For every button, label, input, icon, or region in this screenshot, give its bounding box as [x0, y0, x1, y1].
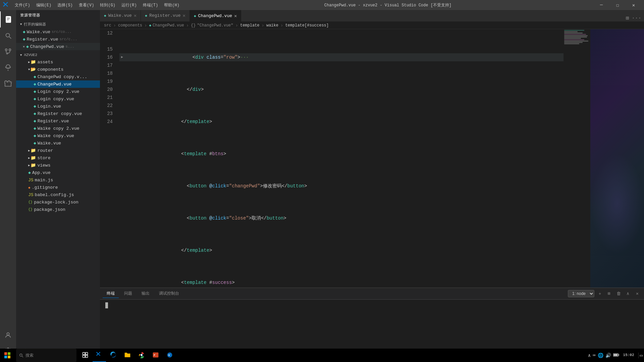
svg-line-1 [9, 37, 11, 39]
taskbar-task-view[interactable] [78, 349, 92, 362]
file-register-copy[interactable]: ◆ Register copy.vue [16, 110, 100, 117]
panel-collapse-button[interactable]: ∧ [624, 290, 632, 298]
minimize-button[interactable]: ─ [594, 0, 609, 10]
code-line-16: </template> [119, 118, 564, 126]
fold-arrow-12[interactable]: ▶ [119, 53, 125, 61]
file-waike[interactable]: ◆ Waike.vue [16, 139, 100, 147]
taskbar-search[interactable]: 搜索 [16, 349, 76, 362]
tab-changepwd-close[interactable]: ✕ [234, 13, 237, 19]
line-content-19: <button @click="close">取消</button> [125, 206, 564, 230]
breadcrumb-waike[interactable]: waike [266, 23, 278, 28]
tab-waike[interactable]: ◆ Waike.vue ✕ [100, 10, 141, 21]
file-waike-copy[interactable]: ◆ Waike copy.vue [16, 132, 100, 139]
activity-search[interactable] [0, 27, 16, 44]
line-numbers: 12 15 16 17 18 19 20 21 22 23 24 [100, 29, 117, 288]
taskbar-edge[interactable] [107, 349, 120, 362]
taskbar-app2[interactable]: W [163, 349, 176, 362]
panel-content[interactable] [100, 300, 644, 355]
open-file-changepwd[interactable]: ✕ ◆ ChangePwd.vue s... [16, 43, 100, 50]
file-app-vue[interactable]: ◆ App.vue [16, 169, 100, 176]
file-waike-copy2[interactable]: ◆ Waike copy 2.vue [16, 125, 100, 132]
menu-bar[interactable]: 文件(F) 编辑(E) 选择(S) 查看(V) 转到(G) 运行(R) 终端(T… [12, 2, 182, 9]
folder-router-arrow [28, 149, 30, 153]
file-changepwd[interactable]: ◆ ChangePwd.vue [16, 80, 100, 88]
open-editors-section[interactable]: 打开的编辑器 [16, 20, 100, 28]
volume-icon[interactable]: 🔊 [605, 353, 611, 358]
more-actions-button[interactable]: ··· [632, 15, 641, 21]
menu-view[interactable]: 查看(V) [76, 2, 97, 9]
fold-arrow-15 [119, 85, 125, 94]
breadcrumb-components[interactable]: components [118, 23, 142, 28]
file-changepwd-copy-label: ChangePwd copy.v... [38, 74, 87, 79]
maximize-button[interactable]: ☐ [610, 0, 625, 10]
keyboard-icon[interactable]: ⌨ [593, 353, 595, 358]
breadcrumb-obj[interactable]: {} [191, 23, 196, 28]
code-content[interactable]: ▶ <div class="row">··· </div> [117, 29, 564, 288]
show-desktop-button[interactable]: ▭ [638, 353, 643, 358]
terminal-selector[interactable]: 1: node [568, 290, 594, 297]
file-changepwd-copy[interactable]: ◆ ChangePwd copy.v... [16, 73, 100, 80]
add-terminal-button[interactable]: ＋ [596, 290, 604, 298]
taskbar-ppt[interactable]: P [149, 349, 162, 362]
panel-tab-problems[interactable]: 问题 [120, 289, 136, 298]
tab-changepwd[interactable]: ◆ ChangePwd.vue ✕ [190, 10, 241, 21]
breadcrumb-obj-label[interactable]: "ChangePwd.vue" [197, 23, 233, 28]
activity-bar [0, 10, 16, 362]
file-login-copy2[interactable]: ◆ Login copy 2.vue [16, 88, 100, 95]
panel-close-button[interactable]: ✕ [633, 290, 641, 298]
network-icon[interactable]: 🌐 [598, 353, 603, 358]
activity-extensions[interactable] [0, 76, 16, 92]
tab-register-close[interactable]: ✕ [183, 13, 185, 18]
panel-tab-debug[interactable]: 调试控制台 [155, 289, 183, 298]
svg-rect-22 [618, 354, 619, 355]
close-icon[interactable]: ✕ [23, 45, 25, 49]
file-babel-config[interactable]: JS babel.config.js [16, 191, 100, 198]
split-editor-button[interactable]: ⊞ [626, 15, 629, 21]
open-file-waike[interactable]: ◆ Waike.vue src/co... [16, 28, 100, 36]
panel-tab-output[interactable]: 输出 [138, 289, 154, 298]
file-login[interactable]: ◆ Login.vue [16, 103, 100, 110]
tab-register[interactable]: ◆ Register.vue ✕ [141, 10, 190, 21]
folder-views[interactable]: 📁 views [16, 162, 100, 169]
panel-tab-terminal[interactable]: 终端 [103, 289, 119, 298]
open-file-register[interactable]: ◆ Register.vue src/c... [16, 36, 100, 43]
close-button[interactable]: ✕ [626, 0, 641, 10]
breadcrumb-src[interactable]: src [104, 23, 111, 28]
taskbar-explorer[interactable] [121, 349, 134, 362]
taskbar-chrome[interactable] [135, 349, 148, 362]
menu-terminal[interactable]: 终端(T) [140, 2, 161, 9]
start-button[interactable] [1, 349, 13, 361]
folder-store[interactable]: 📁 store [16, 154, 100, 162]
activity-explorer[interactable] [0, 11, 16, 27]
folder-components[interactable]: 📂 components [16, 66, 100, 73]
menu-run[interactable]: 运行(R) [119, 2, 140, 9]
breadcrumb-success[interactable]: template[#success] [285, 23, 329, 28]
breadcrumb-file[interactable]: ChangePwd.vue [153, 23, 184, 28]
folder-router[interactable]: 📁 router [16, 147, 100, 154]
file-package-json[interactable]: {} package.json [16, 206, 100, 213]
file-register[interactable]: ◆ Register.vue [16, 117, 100, 125]
file-gitignore[interactable]: ◆ .gitignore [16, 184, 100, 191]
menu-select[interactable]: 选择(S) [55, 2, 75, 9]
split-terminal-button[interactable]: ⊞ [605, 290, 613, 298]
folder-assets[interactable]: 📁 assets [16, 58, 100, 66]
file-login-copy[interactable]: ◆ Login copy.vue [16, 95, 100, 103]
code-editor[interactable]: 12 15 16 17 18 19 20 21 22 23 24 [100, 29, 564, 288]
menu-file[interactable]: 文件(F) [12, 2, 33, 9]
file-package-lock[interactable]: {} package-lock.json [16, 198, 100, 206]
taskbar-up-icon[interactable]: ∧ [588, 353, 591, 358]
menu-edit[interactable]: 编辑(E) [34, 2, 54, 9]
delete-terminal-button[interactable]: 🗑 [614, 290, 623, 298]
breadcrumb-template[interactable]: template [240, 23, 260, 28]
file-main-js[interactable]: JS main.js [16, 176, 100, 184]
menu-help[interactable]: 帮助(H) [161, 2, 182, 9]
project-section[interactable]: XZVUE2 [16, 52, 100, 58]
tab-waike-close[interactable]: ✕ [134, 13, 137, 18]
activity-accounts[interactable] [0, 327, 16, 343]
taskbar-clock[interactable]: 15:02 [621, 353, 637, 358]
activity-debug[interactable] [0, 60, 16, 76]
vue-icon: ◆ [34, 89, 36, 94]
menu-goto[interactable]: 转到(G) [97, 2, 118, 9]
activity-source-control[interactable] [0, 44, 16, 60]
taskbar-vscode[interactable] [93, 349, 106, 362]
